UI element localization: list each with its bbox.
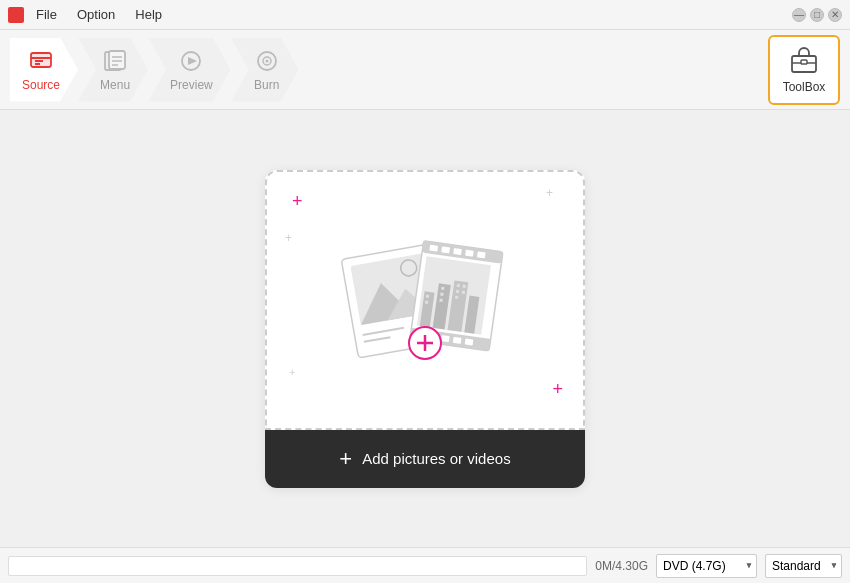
add-media-button[interactable]: + Add pictures or videos	[265, 430, 585, 488]
nav-step-preview[interactable]: Preview	[148, 38, 231, 102]
app-icon	[8, 7, 24, 23]
svg-rect-48	[439, 298, 442, 301]
menu-bar: File Option Help	[32, 5, 166, 24]
add-plus-icon: +	[339, 446, 352, 472]
preview-label: Preview	[170, 78, 213, 92]
plus-deco-4: +	[552, 380, 563, 398]
illustration	[330, 225, 520, 385]
svg-rect-36	[441, 335, 450, 342]
svg-rect-52	[463, 284, 466, 287]
svg-rect-29	[441, 246, 450, 253]
disc-type-select[interactable]: DVD (4.7G) DVD (8.5G) Blu-ray (25G)	[656, 554, 757, 578]
maximize-button[interactable]: □	[810, 8, 824, 22]
toolbox-button[interactable]: ToolBox	[768, 35, 840, 105]
svg-rect-51	[455, 295, 458, 298]
drop-zone: + + + + +	[265, 170, 585, 488]
svg-rect-16	[801, 60, 807, 64]
plus-deco-1: +	[292, 192, 303, 210]
quality-wrapper: Standard High Best ▼	[765, 554, 842, 578]
svg-point-14	[265, 60, 268, 63]
size-info: 0M/4.30G	[595, 559, 648, 573]
svg-rect-31	[465, 249, 474, 256]
status-bar: 0M/4.30G DVD (4.7G) DVD (8.5G) Blu-ray (…	[0, 547, 850, 583]
svg-rect-47	[440, 292, 443, 295]
nav-step-burn[interactable]: Burn	[231, 38, 299, 102]
title-bar-left: File Option Help	[8, 5, 166, 24]
source-label: Source	[22, 78, 60, 92]
window-controls: — □ ✕	[792, 8, 842, 22]
svg-rect-32	[477, 251, 486, 258]
svg-rect-30	[453, 247, 462, 254]
svg-rect-6	[109, 51, 125, 69]
svg-rect-28	[429, 244, 438, 251]
progress-bar	[8, 556, 587, 576]
close-button[interactable]: ✕	[828, 8, 842, 22]
nav-step-menu[interactable]: Menu	[78, 38, 148, 102]
drop-zone-inner: + + + + +	[265, 170, 585, 430]
svg-rect-53	[462, 290, 465, 293]
plus-deco-3: +	[546, 187, 553, 199]
toolbox-label: ToolBox	[783, 80, 826, 94]
menu-option[interactable]: Option	[73, 5, 119, 24]
svg-rect-4	[31, 53, 51, 67]
svg-rect-37	[453, 336, 462, 343]
plus-deco-5: +	[289, 367, 295, 378]
toolbar: Source Menu Preview	[0, 30, 850, 110]
add-media-label: Add pictures or videos	[362, 450, 510, 467]
svg-rect-45	[425, 300, 428, 303]
menu-help[interactable]: Help	[131, 5, 166, 24]
svg-marker-11	[188, 57, 197, 65]
minimize-button[interactable]: —	[792, 8, 806, 22]
menu-label: Menu	[100, 78, 130, 92]
svg-rect-38	[465, 338, 474, 345]
title-bar: File Option Help — □ ✕	[0, 0, 850, 30]
svg-rect-50	[456, 289, 459, 292]
menu-file[interactable]: File	[32, 5, 61, 24]
nav-step-source[interactable]: Source	[10, 38, 78, 102]
plus-deco-2: +	[285, 232, 292, 244]
quality-select[interactable]: Standard High Best	[765, 554, 842, 578]
svg-rect-46	[441, 286, 444, 289]
burn-label: Burn	[254, 78, 279, 92]
nav-steps: Source Menu Preview	[10, 38, 299, 102]
svg-rect-44	[426, 294, 429, 297]
disc-type-wrapper: DVD (4.7G) DVD (8.5G) Blu-ray (25G) ▼	[656, 554, 757, 578]
svg-rect-49	[457, 283, 460, 286]
main-content: + + + + +	[0, 110, 850, 547]
